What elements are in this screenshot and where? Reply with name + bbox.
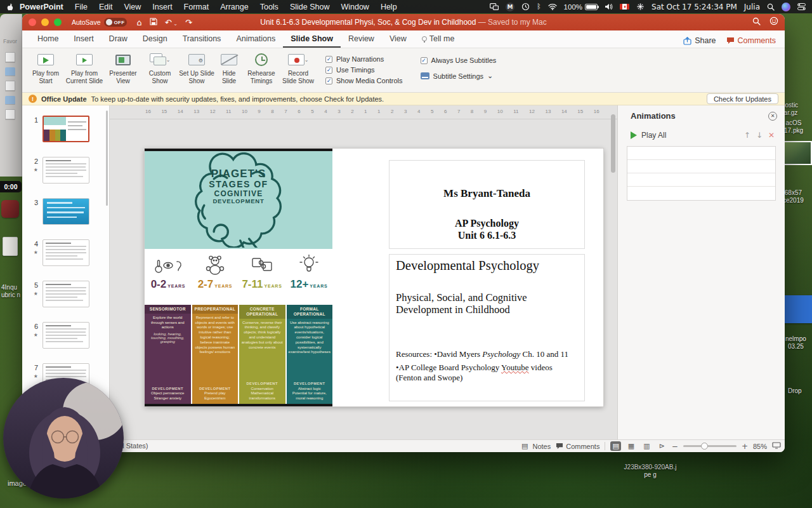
menu-insert[interactable]: Insert (147, 3, 178, 11)
tab-slide-show[interactable]: Slide Show (283, 31, 341, 48)
slide-thumbnail-preview[interactable] (43, 239, 89, 266)
move-up-icon[interactable]: ↑ (744, 131, 750, 140)
play-all-label[interactable]: Play All (641, 131, 666, 140)
animation-list-row[interactable] (627, 187, 775, 200)
minimize-window-button[interactable] (41, 18, 49, 26)
tab-design[interactable]: Design (135, 31, 175, 48)
volume-icon[interactable] (605, 3, 613, 10)
finder-folder-icon[interactable] (5, 96, 15, 104)
undo-icon[interactable]: ↶ ⌄ (165, 18, 178, 27)
apple-logo-icon[interactable] (6, 3, 14, 11)
always-use-subtitles-checkbox[interactable]: ✓ Always Use Subtitles (421, 57, 497, 64)
move-down-icon[interactable]: ↓ (756, 131, 763, 140)
menu-arrange[interactable]: Arrange (214, 3, 254, 11)
play-all-icon[interactable] (631, 131, 637, 139)
zoom-in-icon[interactable]: + (742, 442, 748, 451)
desktop-blue-window-thumbnail[interactable] (780, 295, 812, 323)
slide-thumbnail-6[interactable]: 6★ (22, 322, 109, 349)
animation-list-row[interactable] (627, 147, 775, 160)
desktop-jpeg-label[interactable]: J23Bx380-920AB.jpe g (609, 464, 691, 479)
redo-icon[interactable]: ↷ (185, 18, 192, 27)
show-media-controls-checkbox[interactable]: ✓ Show Media Controls (325, 77, 403, 84)
screen-mirroring-icon[interactable] (490, 3, 499, 10)
title-textbox[interactable]: Ms Bryant-Taneda AP Psychology Unit 6 6.… (389, 160, 585, 249)
animation-list-row[interactable] (627, 173, 775, 187)
slide-sorter-view-button[interactable]: ▦ (626, 441, 636, 451)
tab-animations[interactable]: Animations (228, 31, 283, 48)
desktop-photo-thumbnail[interactable] (782, 141, 812, 165)
tab-review[interactable]: Review (341, 31, 382, 48)
record-slide-show-button[interactable]: ⌄ Record Slide Show (280, 51, 316, 84)
hide-slide-button[interactable]: Hide Slide (216, 51, 242, 84)
tab-transitions[interactable]: Transitions (175, 31, 229, 48)
spotlight-icon[interactable] (767, 3, 775, 11)
menu-window[interactable]: Window (335, 3, 374, 11)
use-timings-checkbox[interactable]: ✓ Use Timings (325, 66, 403, 74)
comments-statusbar-button[interactable]: Comments (556, 443, 599, 450)
zoom-percent[interactable]: 85% (753, 443, 767, 450)
slide-thumbnail-preview[interactable] (43, 116, 89, 142)
maximize-window-button[interactable] (54, 18, 62, 26)
play-narrations-checkbox[interactable]: ✓ Play Narrations (325, 55, 403, 63)
custom-show-button[interactable]: ⌄ Custom Show (142, 51, 178, 84)
slide-thumbnail-3[interactable]: 3 (22, 198, 109, 225)
fit-to-window-icon[interactable] (772, 442, 781, 450)
animation-list-row[interactable] (627, 160, 775, 173)
menu-help[interactable]: Help (375, 3, 403, 11)
menu-file[interactable]: File (69, 3, 93, 11)
animation-list[interactable] (627, 146, 776, 201)
comments-button[interactable]: Comments (726, 36, 776, 45)
close-window-button[interactable] (29, 18, 36, 26)
slide-thumbnail-preview[interactable] (43, 157, 89, 184)
slide-thumbnail-2[interactable]: 2★ (22, 157, 109, 184)
menu-slide-show[interactable]: Slide Show (284, 3, 336, 11)
slide-thumbnail-preview[interactable] (43, 322, 89, 349)
slide-editor-area[interactable]: 1615141312111098765432112345678910111213… (110, 105, 617, 439)
body-textbox[interactable]: Developmental Psychology Physical, Socia… (389, 254, 585, 401)
battery-indicator[interactable]: 100% (564, 3, 598, 11)
home-icon[interactable]: ⌂ (137, 18, 142, 27)
slideshow-view-button[interactable]: ⊳ (657, 441, 667, 451)
desktop-document-icon[interactable] (3, 237, 18, 256)
finder-item-icon[interactable] (5, 109, 15, 119)
remove-animation-icon[interactable]: ✕ (768, 131, 775, 140)
desktop-file-nelmpo[interactable]: nelmpo03.25 (785, 335, 806, 351)
slide-thumbnail-5[interactable]: 5★ (22, 281, 109, 307)
piaget-infographic-image[interactable]: PIAGET'S STAGES OF COGNITIVE DEVELOPMENT… (145, 149, 332, 406)
control-center-icon[interactable] (797, 3, 806, 10)
editor-scrollbar[interactable] (611, 114, 615, 173)
tab-draw[interactable]: Draw (102, 31, 135, 48)
slide-thumbnail-preview[interactable] (43, 281, 89, 307)
presenter-view-button[interactable]: Presenter View (105, 51, 141, 84)
time-machine-icon[interactable] (521, 3, 530, 11)
finder-item-icon[interactable] (5, 81, 15, 91)
slide-thumbnail-preview[interactable] (43, 198, 89, 225)
close-pane-icon[interactable]: ✕ (768, 112, 777, 121)
tab-home[interactable]: Home (30, 31, 66, 48)
menu-edit[interactable]: Edit (93, 3, 119, 11)
normal-view-button[interactable]: ▤ (610, 441, 620, 451)
menu-tools[interactable]: Tools (254, 3, 284, 11)
play-from-start-button[interactable]: Play from Start (28, 51, 63, 84)
set-up-slide-show-button[interactable]: ⚙ Set Up Slide Show (179, 51, 214, 84)
zoom-out-icon[interactable]: − (672, 442, 678, 451)
zoom-slider-thumb[interactable] (701, 443, 708, 450)
finder-window-edge[interactable]: Favor (0, 14, 22, 177)
play-from-current-slide-button[interactable]: Play from Current Slide (65, 51, 104, 84)
tab-insert[interactable]: Insert (66, 31, 101, 48)
slide-canvas[interactable]: PIAGET'S STAGES OF COGNITIVE DEVELOPMENT… (145, 149, 603, 406)
desktop-file-ce2019[interactable]: 68x57ce2019 (783, 189, 804, 204)
keyboard-language-flag-icon[interactable] (620, 4, 629, 10)
check-for-updates-button[interactable]: Check for Updates (707, 93, 778, 104)
finder-folder-icon[interactable] (5, 67, 15, 76)
menu-view[interactable]: View (118, 3, 147, 11)
desktop-file-pkg[interactable]: acOS17.pkg (784, 119, 803, 135)
accessibility-icon[interactable] (636, 3, 645, 11)
siri-icon[interactable] (782, 3, 790, 11)
save-icon[interactable] (150, 18, 157, 27)
search-icon[interactable] (752, 17, 761, 28)
menu-format[interactable]: Format (178, 3, 215, 11)
menubar-clock[interactable]: Sat Oct 17 5:24:34 PM (652, 3, 737, 11)
desktop-drop-label[interactable]: Drop (788, 387, 802, 395)
tab-view[interactable]: View (382, 31, 414, 48)
